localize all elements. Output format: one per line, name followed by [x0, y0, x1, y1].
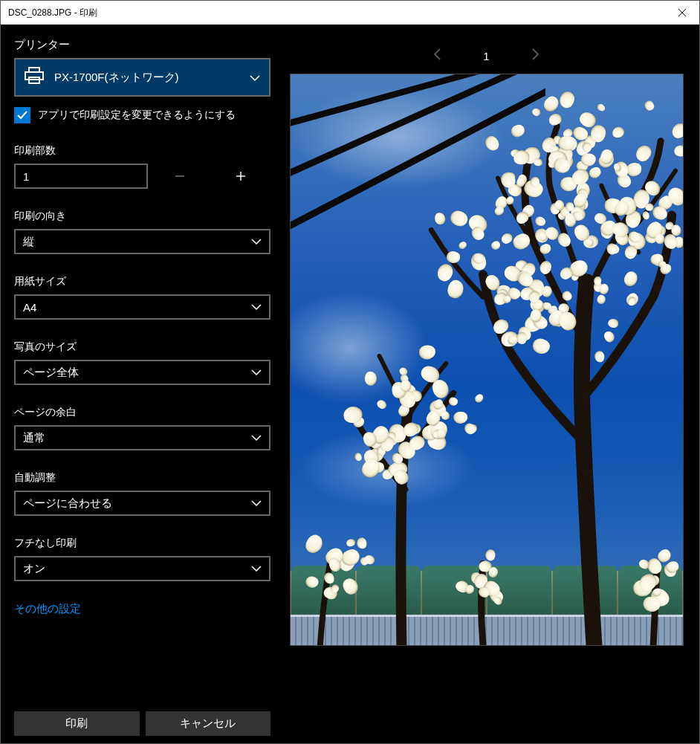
margin-dropdown[interactable]: 通常 [14, 425, 270, 450]
more-settings-link[interactable]: その他の設定 [14, 602, 270, 616]
photo-size-dropdown[interactable]: ページ全体 [14, 360, 270, 385]
plus-icon [235, 170, 247, 182]
copies-increment[interactable] [212, 164, 270, 189]
orientation-label: 印刷の向き [14, 210, 270, 223]
preview-image [291, 74, 683, 645]
copies-label: 印刷部数 [14, 144, 270, 158]
preview-panel: 1 [288, 38, 684, 736]
fit-dropdown[interactable]: ページに合わせる [14, 491, 270, 516]
page-number: 1 [483, 50, 489, 62]
printer-name: PX-1700F(ネットワーク) [54, 71, 250, 85]
chevron-left-icon [432, 48, 441, 61]
chevron-down-icon [251, 566, 262, 572]
titlebar: DSC_0288.JPG - 印刷 [1, 1, 699, 25]
print-dialog: DSC_0288.JPG - 印刷 プリンター PX-1700F(ネットワーク) [0, 0, 700, 744]
borderless-label: フチなし印刷 [14, 537, 270, 550]
allow-app-change-checkbox[interactable] [14, 107, 30, 123]
close-icon [678, 9, 686, 16]
printer-icon [25, 67, 44, 88]
cancel-button[interactable]: キャンセル [146, 711, 271, 736]
chevron-down-icon [251, 435, 262, 441]
pager: 1 [288, 38, 684, 74]
paper-dropdown[interactable]: A4 [14, 294, 270, 320]
fit-label: 自動調整 [14, 471, 270, 485]
margin-label: ページの余白 [14, 406, 270, 419]
printer-dropdown[interactable]: PX-1700F(ネットワーク) [14, 58, 270, 97]
chevron-down-icon [251, 369, 262, 375]
printer-label: プリンター [14, 38, 270, 52]
copies-decrement[interactable] [151, 164, 209, 189]
checkmark-icon [17, 110, 27, 120]
paper-label: 用紙サイズ [14, 275, 270, 288]
minus-icon [174, 170, 186, 182]
print-button[interactable]: 印刷 [14, 711, 140, 736]
chevron-down-icon [251, 304, 262, 310]
chevron-down-icon [251, 239, 262, 245]
prev-page-button[interactable] [428, 43, 446, 68]
preview-page [290, 74, 684, 646]
chevron-down-icon [250, 71, 260, 84]
orientation-dropdown[interactable]: 縦 [14, 229, 270, 254]
chevron-right-icon [531, 48, 540, 61]
window-title: DSC_0288.JPG - 印刷 [8, 7, 97, 19]
svg-rect-1 [25, 72, 43, 80]
photo-size-label: 写真のサイズ [14, 340, 270, 354]
settings-panel: プリンター PX-1700F(ネットワーク) アプリで印刷設定を変更できるように… [14, 38, 270, 736]
close-button[interactable] [665, 1, 699, 25]
next-page-button[interactable] [527, 43, 545, 68]
copies-input[interactable] [14, 164, 148, 189]
chevron-down-icon [251, 500, 262, 506]
allow-app-change-label: アプリで印刷設定を変更できるようにする [38, 109, 236, 122]
borderless-dropdown[interactable]: オン [14, 556, 270, 581]
